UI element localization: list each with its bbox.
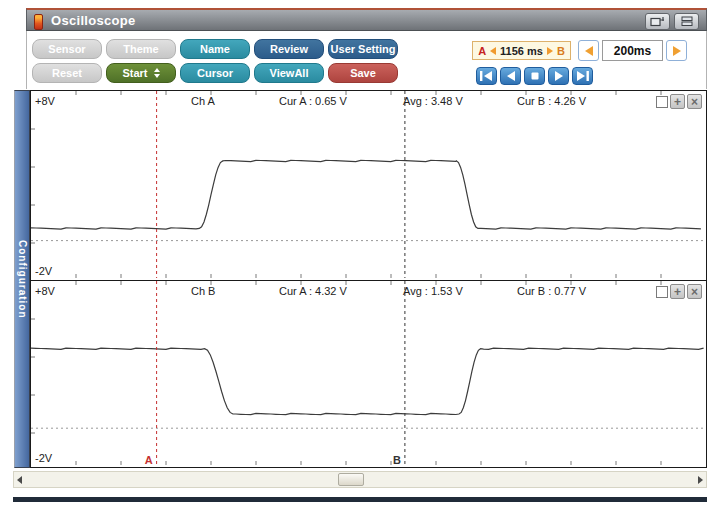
y-min-label: -2V: [35, 265, 52, 277]
close-icon: ×: [691, 96, 698, 108]
cursor-a-readout: Cur A : 0.65 V: [279, 95, 347, 107]
start-spinner-icon[interactable]: [154, 68, 160, 78]
popout-window-icon: [650, 16, 665, 27]
plus-icon: +: [674, 96, 681, 108]
panel-controls: + ×: [656, 94, 702, 109]
skip-to-start-button[interactable]: [476, 67, 497, 85]
save-button[interactable]: Save: [328, 63, 398, 83]
minimize-icon: [680, 16, 694, 27]
close-icon: ×: [691, 286, 698, 298]
channel-a-waveform: [31, 91, 704, 278]
cursor-a-marker[interactable]: A: [145, 454, 153, 466]
cursor-a-tag: A: [478, 45, 486, 57]
theme-button[interactable]: Theme: [106, 39, 176, 59]
name-button[interactable]: Name: [180, 39, 250, 59]
y-min-label: -2V: [35, 452, 52, 464]
window-bottom-edge: [13, 497, 707, 502]
scroll-left-icon[interactable]: [17, 476, 22, 484]
review-button[interactable]: Review: [254, 39, 324, 59]
panel-controls: + ×: [656, 284, 702, 299]
horizontal-scrollbar[interactable]: [13, 471, 707, 488]
cursor-b-readout: Cur B : 4.26 V: [517, 95, 586, 107]
cursor-b-marker[interactable]: B: [393, 454, 401, 466]
cursor-a-readout: Cur A : 4.32 V: [279, 285, 347, 297]
skip-to-end-icon: [575, 70, 590, 82]
channel-b-waveform: [31, 281, 704, 465]
timebase-decrease-button[interactable]: [578, 40, 599, 61]
timebase-increase-button[interactable]: [666, 40, 687, 61]
user-setting-button[interactable]: User Setting: [328, 39, 398, 59]
left-arrow-icon: [585, 46, 593, 56]
close-panel-button[interactable]: ×: [687, 284, 702, 299]
configuration-tab[interactable]: Configuration: [14, 90, 30, 468]
timebase-value[interactable]: 200ms: [602, 40, 663, 61]
ab-interval-box: A 1156 ms B: [472, 41, 571, 60]
skip-to-end-button[interactable]: [572, 67, 593, 85]
play-icon: [553, 70, 565, 82]
viewall-button[interactable]: ViewAll: [254, 63, 324, 83]
close-panel-button[interactable]: ×: [687, 94, 702, 109]
y-max-label: +8V: [35, 285, 55, 297]
toolbar: Sensor Theme Name Review User Setting Re…: [26, 31, 707, 89]
channel-a-panel: +8V Ch A Cur A : 0.65 V Avg : 3.48 V Cur…: [30, 90, 707, 281]
configuration-tab-label: Configuration: [17, 240, 28, 319]
channel-name: Ch B: [191, 285, 215, 297]
scroll-right-icon[interactable]: [698, 476, 703, 484]
move-cursor-a-left-icon[interactable]: [490, 47, 496, 55]
step-back-icon: [505, 70, 517, 82]
scrollbar-thumb[interactable]: [338, 473, 364, 486]
channel-b-panel: Ch B +8V Cur A : 4.32 V Avg : 1.53 V Cur…: [30, 280, 707, 468]
plus-icon: +: [674, 286, 681, 298]
step-back-button[interactable]: [500, 67, 521, 85]
stop-button[interactable]: [524, 67, 545, 85]
stop-icon: [529, 70, 541, 82]
reset-button[interactable]: Reset: [32, 63, 102, 83]
cursor-button[interactable]: Cursor: [180, 63, 250, 83]
avg-readout: Avg : 3.48 V: [403, 95, 463, 107]
skip-to-start-icon: [479, 70, 494, 82]
ab-interval-value: 1156 ms: [500, 45, 543, 57]
channel-name: Ch A: [191, 95, 215, 107]
transport-controls: [476, 67, 593, 85]
zoom-in-button[interactable]: +: [670, 284, 685, 299]
popout-window-button[interactable]: [645, 13, 670, 30]
oscilloscope-app: Oscilloscope Sensor Theme Name Review Us…: [0, 0, 712, 508]
panel-select-checkbox[interactable]: [656, 286, 668, 298]
move-cursor-b-right-icon[interactable]: [547, 47, 553, 55]
play-button[interactable]: [548, 67, 569, 85]
start-button-label: Start: [122, 67, 147, 79]
y-max-label: +8V: [35, 95, 55, 107]
cursor-b-readout: Cur B : 0.77 V: [517, 285, 586, 297]
sensor-button[interactable]: Sensor: [32, 39, 102, 59]
cursor-b-tag: B: [557, 45, 565, 57]
minimize-button[interactable]: [674, 13, 699, 30]
titlebar: Oscilloscope: [26, 8, 707, 31]
signal-level-icon: [34, 14, 43, 30]
right-arrow-icon: [673, 46, 681, 56]
start-button[interactable]: Start: [106, 63, 176, 83]
window-title: Oscilloscope: [51, 13, 136, 28]
panel-select-checkbox[interactable]: [656, 96, 668, 108]
zoom-in-button[interactable]: +: [670, 94, 685, 109]
avg-readout: Avg : 1.53 V: [403, 285, 463, 297]
